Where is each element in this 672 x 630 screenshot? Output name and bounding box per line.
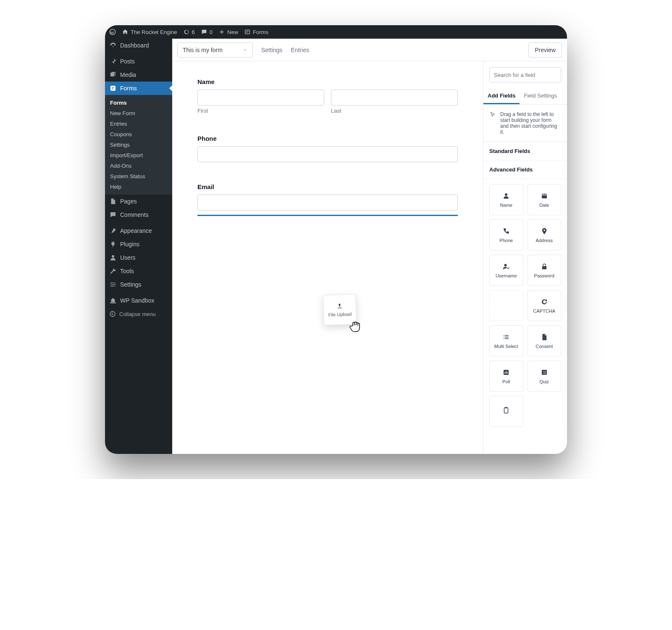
form-selector[interactable]: This is my form xyxy=(177,42,253,58)
collapse-menu[interactable]: Collapse menu xyxy=(105,307,172,321)
sidebar-item-plugins[interactable]: Plugins xyxy=(105,237,172,251)
svg-rect-1 xyxy=(245,30,250,34)
field-card-placeholder xyxy=(489,290,523,321)
submenu-settings[interactable]: Settings xyxy=(105,140,172,150)
submenu-import-export[interactable]: Import/Export xyxy=(105,150,172,161)
submenu-new-form[interactable]: New Form xyxy=(105,108,172,119)
toolbar-settings[interactable]: Settings xyxy=(261,47,283,53)
field-card-password[interactable]: Password xyxy=(528,255,562,286)
sidebar-item-settings[interactable]: Settings xyxy=(105,278,172,291)
submenu-forms[interactable]: Forms xyxy=(105,98,172,108)
comments-link[interactable]: 0 xyxy=(201,29,213,35)
user-check-icon xyxy=(502,263,510,270)
pages-icon xyxy=(109,198,117,205)
standard-fields-heading[interactable]: Standard Fields xyxy=(483,142,567,161)
editor-toolbar: This is my form Settings Entries Preview xyxy=(172,39,567,61)
sidebar-item-tools[interactable]: Tools xyxy=(105,264,172,278)
field-card-address[interactable]: Address xyxy=(528,219,562,250)
comments-icon xyxy=(109,211,117,219)
sandbox-icon xyxy=(109,297,117,304)
dashboard-icon xyxy=(109,42,117,49)
forms-icon xyxy=(109,84,117,92)
field-card-poll[interactable]: Poll xyxy=(489,361,523,392)
submenu-system-status[interactable]: System Status xyxy=(105,171,172,182)
sidebar-item-media[interactable]: Media xyxy=(105,68,172,82)
field-card-consent[interactable]: Consent xyxy=(528,325,562,356)
submenu-addons[interactable]: Add-Ons xyxy=(105,161,172,171)
sidebar-item-posts[interactable]: Posts xyxy=(105,55,172,68)
media-icon xyxy=(109,71,117,79)
field-card-name[interactable]: Name xyxy=(489,184,523,215)
admin-sidebar: Dashboard Posts Media Forms Forms New Fo… xyxy=(105,39,172,454)
list-icon xyxy=(502,333,510,341)
field-card-multiselect[interactable]: Multi Select xyxy=(489,325,523,356)
advanced-fields-heading[interactable]: Advanced Fields xyxy=(483,161,567,179)
updates-link[interactable]: 6 xyxy=(183,29,195,35)
lock-icon xyxy=(541,263,548,270)
wp-logo[interactable] xyxy=(109,29,116,35)
submenu-entries[interactable]: Entries xyxy=(105,119,172,129)
grab-cursor-icon xyxy=(349,320,362,333)
location-icon xyxy=(541,227,548,235)
tab-add-fields[interactable]: Add Fields xyxy=(483,88,520,104)
sidebar-item-sandbox[interactable]: WP Sandbox xyxy=(105,294,172,307)
chart-icon xyxy=(502,369,510,376)
sidebar-item-pages[interactable]: Pages xyxy=(105,195,172,208)
sidebar-item-forms[interactable]: Forms xyxy=(105,82,172,95)
svg-rect-12 xyxy=(504,408,508,413)
last-name-input[interactable] xyxy=(331,90,458,105)
svg-rect-13 xyxy=(505,407,507,408)
site-link[interactable]: The Rocket Engine xyxy=(122,29,177,35)
sidebar-item-dashboard[interactable]: Dashboard xyxy=(105,39,172,52)
collapse-icon xyxy=(109,311,116,317)
toolbar-entries[interactable]: Entries xyxy=(291,47,310,53)
svg-rect-2 xyxy=(110,86,116,91)
field-card-username[interactable]: Username xyxy=(489,255,523,286)
preview-button[interactable]: Preview xyxy=(528,42,562,58)
admin-bar: The Rocket Engine 6 0 New Forms xyxy=(105,25,567,39)
name-field[interactable]: Name First Last xyxy=(197,78,458,114)
field-card-captcha[interactable]: CAPTCHA xyxy=(528,290,562,321)
chevron-down-icon xyxy=(242,47,247,53)
tab-field-settings[interactable]: Field Settings xyxy=(520,88,561,104)
field-card-phone[interactable]: Phone xyxy=(489,219,523,250)
field-panel: Add Fields Field Settings Drag a field t… xyxy=(483,61,567,454)
forms-admin-link[interactable]: Forms xyxy=(244,29,268,35)
svg-point-5 xyxy=(505,193,507,196)
svg-point-3 xyxy=(112,255,114,258)
wrench-icon xyxy=(109,267,117,275)
submenu-coupons[interactable]: Coupons xyxy=(105,129,172,140)
plug-icon xyxy=(109,240,117,248)
new-link[interactable]: New xyxy=(218,29,238,35)
email-field[interactable]: Email xyxy=(197,183,458,211)
brush-icon xyxy=(109,227,117,235)
svg-point-7 xyxy=(543,229,545,231)
sidebar-item-users[interactable]: Users xyxy=(105,251,172,264)
svg-rect-9 xyxy=(542,266,547,269)
svg-rect-6 xyxy=(542,193,547,198)
upload-icon xyxy=(336,303,343,310)
field-card-quiz[interactable]: Quiz xyxy=(528,361,562,392)
field-card-date[interactable]: Date xyxy=(528,184,562,215)
refresh-icon xyxy=(541,298,548,306)
field-card-clipboard[interactable] xyxy=(489,396,523,427)
phone-field[interactable]: Phone xyxy=(197,135,458,162)
advanced-fields-grid: Name Date Phone Address Username Passwor… xyxy=(483,179,567,432)
calendar-icon xyxy=(541,192,548,200)
phone-input[interactable] xyxy=(197,146,458,162)
form-editor: Name First Last Phone Email File Upload xyxy=(172,61,483,454)
sidebar-item-appearance[interactable]: Appearance xyxy=(105,224,172,237)
first-name-input[interactable] xyxy=(197,90,324,105)
email-input[interactable] xyxy=(197,195,458,211)
phone-icon xyxy=(502,227,510,235)
last-sublabel: Last xyxy=(331,108,458,114)
sidebar-item-comments[interactable]: Comments xyxy=(105,208,172,221)
panel-hint: Drag a field to the left to start buildi… xyxy=(483,105,567,142)
user-icon xyxy=(109,254,117,261)
clipboard-icon xyxy=(502,406,510,414)
cursor-icon xyxy=(489,111,496,118)
submenu-help[interactable]: Help xyxy=(105,182,172,192)
phone-label: Phone xyxy=(197,135,458,142)
field-search-input[interactable] xyxy=(489,67,561,82)
svg-point-4 xyxy=(110,311,115,316)
